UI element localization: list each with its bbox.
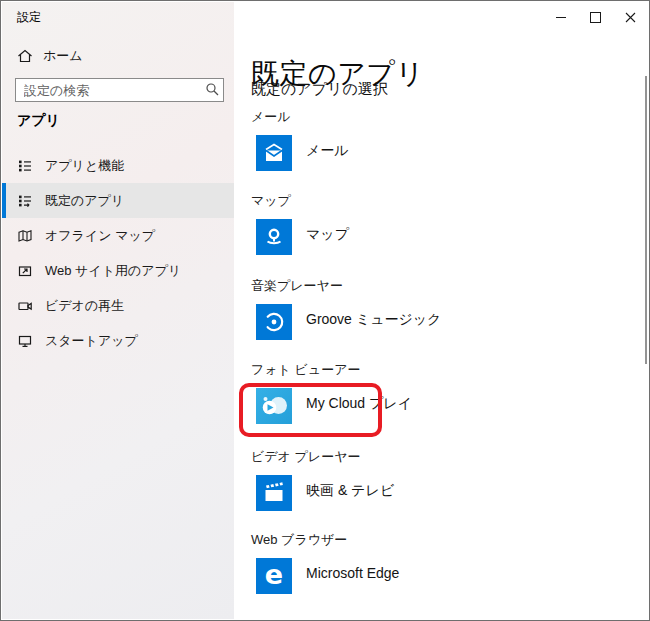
window-controls (543, 2, 648, 32)
startup-icon (17, 333, 33, 349)
sidebar-item-label: アプリと機能 (45, 157, 124, 175)
sidebar: 設定 ホーム アプリ アプリと機能 (2, 2, 234, 619)
minimize-icon (556, 17, 566, 18)
maximize-icon (590, 12, 601, 23)
app-name: マップ (306, 226, 349, 244)
app-name: Microsoft Edge (306, 565, 399, 581)
sidebar-item-video-playback[interactable]: ビデオの再生 (2, 288, 234, 323)
sidebar-item-apps-features[interactable]: アプリと機能 (2, 148, 234, 183)
app-name: メール (306, 142, 349, 160)
movies-tv-icon (256, 475, 292, 511)
default-category-photo-viewer: フォト ビューアー My Cloud プレイ (251, 361, 611, 424)
sidebar-item-startup[interactable]: スタートアップ (2, 323, 234, 358)
offline-maps-icon (17, 228, 33, 244)
sidebar-item-label: オフライン マップ (45, 227, 155, 245)
app-name: My Cloud プレイ (306, 395, 412, 413)
default-app-choice-mail[interactable]: メール (256, 135, 611, 171)
sidebar-item-label: ビデオの再生 (45, 297, 124, 315)
groove-music-icon (256, 304, 292, 340)
app-name: 映画 & テレビ (306, 482, 394, 500)
sidebar-item-apps-for-websites[interactable]: Web サイト用のアプリ (2, 253, 234, 288)
default-app-choice-video[interactable]: 映画 & テレビ (256, 475, 611, 511)
mail-app-icon (256, 135, 292, 171)
window-title: 設定 (17, 9, 41, 26)
sidebar-item-label: スタートアップ (45, 332, 138, 350)
category-label: 音楽プレーヤー (251, 277, 611, 295)
apps-for-websites-icon (17, 263, 33, 279)
default-category-video-player: ビデオ プレーヤー 映画 & テレビ (251, 448, 611, 511)
default-app-choice-photo-viewer[interactable]: My Cloud プレイ (256, 388, 611, 424)
sidebar-home-label: ホーム (43, 47, 83, 65)
maps-app-icon (256, 219, 292, 255)
default-apps-icon (17, 193, 33, 209)
category-label: Web ブラウザー (251, 531, 611, 549)
search-input[interactable] (15, 78, 224, 102)
default-app-choice-music[interactable]: Groove ミュージック (256, 304, 611, 340)
video-playback-icon (17, 298, 33, 314)
minimize-button[interactable] (543, 2, 578, 32)
default-category-mail: メール メール (251, 108, 611, 171)
sidebar-item-label: Web サイト用のアプリ (45, 262, 181, 280)
close-button[interactable] (613, 2, 648, 32)
my-cloud-play-icon (256, 388, 292, 424)
sidebar-item-offline-maps[interactable]: オフライン マップ (2, 218, 234, 253)
sidebar-item-home[interactable]: ホーム (17, 46, 217, 66)
default-app-choice-browser[interactable]: e Microsoft Edge (256, 558, 611, 594)
category-label: フォト ビューアー (251, 361, 611, 379)
vertical-scrollbar[interactable] (645, 76, 647, 364)
settings-window: 設定 ホーム アプリ アプリと機能 (0, 0, 650, 621)
sidebar-section-label: アプリ (17, 112, 60, 130)
app-name: Groove ミュージック (306, 311, 441, 329)
sidebar-item-label: 既定のアプリ (45, 192, 124, 210)
apps-features-icon (17, 158, 33, 174)
sidebar-item-default-apps[interactable]: 既定のアプリ (2, 183, 234, 218)
category-label: マップ (251, 192, 611, 210)
sidebar-nav: アプリと機能 既定のアプリ (2, 148, 234, 358)
maximize-button[interactable] (578, 2, 613, 32)
default-category-music-player: 音楽プレーヤー Groove ミュージック (251, 277, 611, 340)
home-icon (17, 48, 33, 64)
edge-icon: e (256, 558, 292, 594)
category-label: ビデオ プレーヤー (251, 448, 611, 466)
default-app-choice-maps[interactable]: マップ (256, 219, 611, 255)
search-icon (205, 82, 220, 97)
close-icon (625, 12, 636, 23)
default-category-web-browser: Web ブラウザー e Microsoft Edge (251, 531, 611, 594)
page-subtitle: 既定のアプリの選択 (251, 80, 388, 99)
category-label: メール (251, 108, 611, 126)
main-content: 既定のアプリ 既定のアプリの選択 メール メール マップ (234, 2, 648, 619)
default-category-maps: マップ マップ (251, 192, 611, 255)
